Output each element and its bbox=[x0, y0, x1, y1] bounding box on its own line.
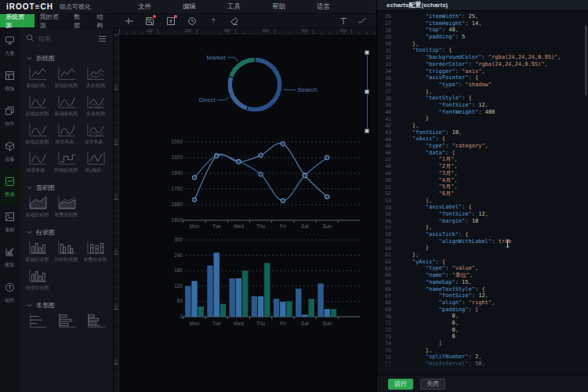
svg-text:Wed: Wed bbox=[234, 223, 245, 229]
code-line: 36 "type": "shadow" bbox=[377, 82, 588, 89]
save-icon[interactable] bbox=[145, 16, 154, 26]
line-number: 58 bbox=[377, 231, 391, 238]
code-line: 64 "name": "单位", bbox=[377, 272, 588, 279]
line-number: 31 bbox=[377, 48, 391, 54]
library-item-基础折线...[interactable]: 基础折线... bbox=[23, 65, 52, 89]
clear-icon[interactable] bbox=[230, 16, 239, 26]
code-line: 29 "padding": 5 bbox=[377, 34, 588, 41]
library-item-曲线趋势图[interactable]: 曲线趋势图 bbox=[23, 122, 52, 146]
section-title: 柱状图 bbox=[36, 228, 55, 237]
library-item-label: 基础面积图 bbox=[26, 212, 49, 218]
section-header-柱状图[interactable]: 柱状图 bbox=[20, 223, 113, 239]
resize-handle[interactable] bbox=[365, 129, 369, 133]
line-number: 56 bbox=[377, 218, 391, 224]
library-item-基础曲线图[interactable]: 基础曲线图 bbox=[52, 93, 81, 118]
menu-item[interactable]: 工具 bbox=[227, 2, 241, 12]
resize-handle[interactable] bbox=[365, 89, 369, 94]
rail-item-设备[interactable]: 设备 bbox=[0, 134, 20, 169]
library-item-多曲线图[interactable]: 多曲线图 bbox=[81, 93, 110, 118]
tab-数据[interactable]: 数据 bbox=[68, 14, 91, 27]
hamburger-menu-icon[interactable] bbox=[98, 31, 107, 45]
section-header-条形图[interactable]: 条形图 bbox=[20, 296, 113, 312]
svg-text:Tue: Tue bbox=[212, 223, 221, 229]
rail-item-模板[interactable]: 模板 bbox=[0, 64, 20, 99]
rail-item-方案[interactable]: 方案 bbox=[0, 28, 20, 64]
line-number: 26 bbox=[377, 13, 391, 20]
notification-dot bbox=[174, 15, 177, 18]
editor-scrollbar[interactable] bbox=[585, 25, 587, 96]
line-number: 73 bbox=[377, 334, 391, 340]
menu-item[interactable]: 帮助 bbox=[272, 2, 285, 12]
rail-item-控件[interactable]: 控件 bbox=[0, 99, 20, 134]
library-item-label: 分组柱状图 bbox=[55, 256, 78, 263]
library-item-渐变单曲...[interactable]: 渐变单曲... bbox=[52, 122, 81, 146]
rail-item-素材[interactable]: 素材 bbox=[0, 205, 20, 240]
library-item[interactable] bbox=[23, 312, 52, 329]
library-item-label: 堆叠面积图 bbox=[55, 212, 78, 218]
library-item-多折线图[interactable]: 多折线图 bbox=[81, 65, 110, 89]
ruler-label: 600 bbox=[339, 28, 346, 32]
library-item[interactable] bbox=[81, 312, 110, 329]
ruler-label: 200 bbox=[185, 28, 191, 32]
rail-item-label: 方案 bbox=[5, 50, 14, 57]
library-item-基础柱状图[interactable]: 基础柱状图 bbox=[23, 239, 52, 263]
rail-item-图表[interactable]: 图表 bbox=[0, 169, 20, 205]
line-number: 76 bbox=[377, 354, 391, 361]
library-item-渐变单曲...[interactable]: 渐变单曲... bbox=[23, 150, 52, 174]
search-input[interactable]: 搜索 bbox=[38, 34, 94, 43]
code-line: 62 "yAxis": { bbox=[377, 259, 588, 266]
code-line: 46 "data": [ bbox=[377, 150, 588, 157]
library-item-渐变单曲...[interactable]: 渐变单曲... bbox=[81, 122, 110, 146]
material-icon bbox=[5, 211, 15, 225]
design-canvas[interactable]: 100200300400500600 100200300400500600 Se… bbox=[114, 28, 376, 392]
menu-item[interactable]: 语言 bbox=[317, 2, 330, 12]
library-item-分组柱状图[interactable]: 分组柱状图 bbox=[52, 239, 81, 263]
plus-icon[interactable] bbox=[124, 16, 133, 26]
menu-item[interactable]: 编辑 bbox=[183, 2, 196, 12]
svg-text:2000: 2000 bbox=[172, 139, 183, 144]
svg-text:1680: 1680 bbox=[172, 201, 183, 207]
close-button[interactable]: 关闭 bbox=[420, 379, 445, 390]
text-icon[interactable] bbox=[339, 16, 348, 26]
line-number: 51 bbox=[377, 184, 391, 191]
section-header-面积图[interactable]: 面积图 bbox=[20, 178, 113, 194]
rail-item-组件[interactable]: 组件 bbox=[0, 275, 20, 310]
left-icon-rail: 方案模板控件设备图表素材图形组件 bbox=[0, 28, 20, 392]
tab-我的资源[interactable]: 我的资源 bbox=[34, 14, 69, 27]
tab-结构[interactable]: 结构 bbox=[91, 14, 114, 27]
resize-handle[interactable] bbox=[365, 50, 369, 55]
line-number: 44 bbox=[377, 136, 391, 143]
library-item-阶梯折线图[interactable]: 阶梯折线图 bbox=[52, 150, 81, 174]
library-item-基础折线图[interactable]: 基础折线图 bbox=[52, 65, 81, 89]
code-line: 47 "1月", bbox=[377, 156, 588, 163]
help-icon[interactable] bbox=[209, 16, 218, 26]
library-item-label: 双y轴折... bbox=[85, 167, 106, 173]
rail-item-图形[interactable]: 图形 bbox=[0, 240, 20, 275]
text-cursor-icon bbox=[505, 237, 510, 251]
tab-系统资源[interactable]: 系统资源 bbox=[0, 14, 34, 27]
library-item-基础面积图[interactable]: 基础面积图 bbox=[23, 194, 52, 219]
library-item-双y轴折...[interactable]: 双y轴折... bbox=[81, 150, 110, 174]
chevron-down-icon bbox=[27, 56, 32, 60]
draw-icon[interactable] bbox=[358, 16, 367, 26]
library-item-渐变柱状图[interactable]: 渐变柱状图 bbox=[23, 267, 52, 292]
line-number: 42 bbox=[377, 122, 391, 129]
library-item-折线趋势图[interactable]: 折线趋势图 bbox=[23, 93, 52, 118]
menu-item[interactable]: 文件 bbox=[138, 2, 151, 12]
library-item-堆叠柱状图[interactable]: 堆叠柱状图 bbox=[81, 239, 110, 263]
ruler-label: 100 bbox=[146, 28, 152, 32]
donut-chart-widget[interactable]: SearchDirectMarket bbox=[176, 44, 372, 134]
export-icon[interactable] bbox=[166, 16, 176, 26]
ruler-label: 500 bbox=[301, 28, 307, 32]
library-item[interactable] bbox=[52, 312, 81, 329]
line-chart-widget[interactable]: 160016801760184019202000MonTueWedThuFriS… bbox=[162, 138, 366, 236]
bar-chart-widget[interactable]: 300240180120600MonTueWedThuFriSatSun bbox=[162, 237, 366, 335]
history-icon[interactable] bbox=[187, 16, 197, 26]
code-editor[interactable]: 26 "itemWidth": 25,27 "itemHeight": 14,2… bbox=[377, 11, 588, 375]
line-number: 72 bbox=[377, 327, 391, 333]
section-header-折线图[interactable]: 折线图 bbox=[20, 49, 113, 65]
run-button[interactable]: 运行 bbox=[388, 379, 413, 390]
code-line: 50 "4月", bbox=[377, 177, 588, 184]
library-item-堆叠面积图[interactable]: 堆叠面积图 bbox=[52, 194, 81, 219]
line-number: 34 bbox=[377, 68, 391, 74]
